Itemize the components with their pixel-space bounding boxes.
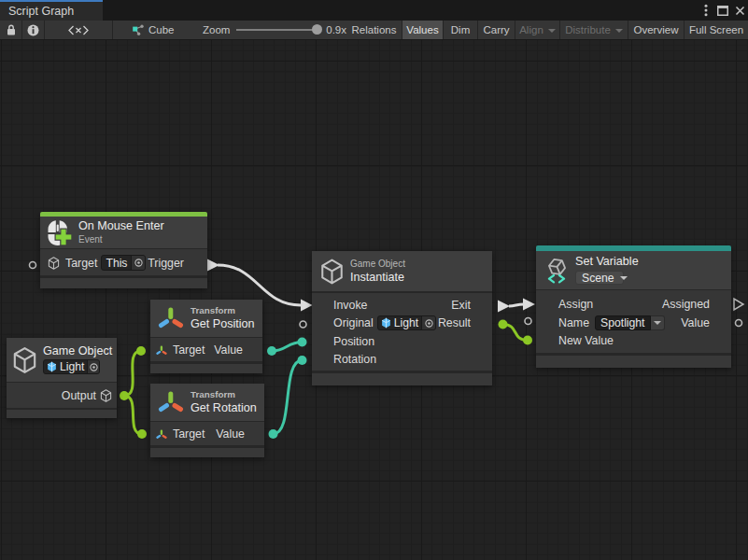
port-label-position: Position (333, 335, 374, 348)
object-picker-icon[interactable] (131, 256, 145, 270)
node-title: Get Rotation (191, 402, 257, 414)
lock-button[interactable] (0, 21, 22, 39)
dropdown-arrow-icon[interactable] (651, 315, 665, 330)
port-getrotation-value-output[interactable] (269, 429, 278, 439)
align-dropdown-icon (548, 29, 556, 33)
zoom-slider[interactable] (236, 29, 319, 31)
transform-type-icon (156, 345, 167, 356)
toolbar-button-carry[interactable]: Carry (478, 21, 515, 39)
node-set-variable[interactable]: Set Variable Scene Assign Assigned Name … (536, 245, 731, 368)
object-picker-icon[interactable] (87, 360, 99, 373)
port-getrotation-target-input[interactable] (137, 429, 147, 439)
port-getposition-target-input[interactable] (136, 346, 146, 356)
object-picker-icon[interactable] (421, 316, 435, 329)
toolbar-button-dim[interactable]: Dim (444, 21, 478, 39)
transform-type-icon (156, 429, 167, 440)
gameobject-value-field[interactable]: Light (43, 359, 100, 374)
wire-light-to-getrotation[interactable] (124, 396, 142, 434)
title-bar: Script Graph (0, 0, 748, 21)
node-title: Set Variable (575, 256, 639, 268)
port-newvalue-input[interactable] (523, 336, 532, 345)
original-object-field[interactable]: Light (377, 315, 436, 330)
toolbar-button-values[interactable]: Values (402, 21, 444, 39)
maximize-icon (717, 6, 728, 16)
port-label-target: Target (65, 257, 97, 270)
port-label-trigger: Trigger (148, 257, 184, 270)
node-footer (7, 410, 117, 418)
port-assign-input[interactable] (523, 299, 535, 311)
graph-icon (132, 24, 144, 35)
mouse-event-icon (48, 219, 72, 246)
port-label-new-value: New Value (558, 334, 614, 347)
toolbar-button-distribute[interactable]: Distribute (560, 21, 628, 39)
port-trigger-output[interactable] (207, 259, 219, 272)
window-maximize-button[interactable] (714, 0, 731, 21)
distribute-dropdown-icon (615, 29, 623, 33)
zoom-label: Zoom (203, 24, 230, 35)
script-graph-window: Script Graph (0, 0, 748, 560)
port-exit-output[interactable] (498, 301, 510, 313)
node-get-position[interactable]: Transform Get Position Target Value (150, 300, 262, 373)
port-instantiate-rotation-input[interactable] (298, 356, 307, 365)
variable-name-dropdown[interactable]: Spotlight (595, 315, 664, 330)
gameobject-cube-icon (12, 346, 37, 374)
node-title: Instantiate (350, 272, 405, 284)
wire-light-to-getposition[interactable] (124, 351, 141, 396)
gameobject-cube-icon (319, 259, 345, 285)
toolbar-button-overview[interactable]: Overview (628, 21, 684, 39)
port-label-rotation: Rotation (333, 353, 376, 366)
port-original-input[interactable] (300, 321, 306, 328)
info-button[interactable] (22, 21, 45, 39)
node-title: Game Object (43, 345, 112, 357)
window-menu-button[interactable] (698, 0, 714, 21)
node-footer (150, 364, 262, 373)
node-on-mouse-enter[interactable]: On Mouse Enter Event Target This (40, 212, 207, 288)
close-icon (735, 6, 745, 16)
dropdown-arrow-icon (620, 276, 628, 280)
node-category: Transform (191, 306, 255, 315)
node-footer (312, 373, 492, 385)
port-instantiate-position-input[interactable] (298, 338, 307, 347)
kebab-menu-icon (704, 4, 708, 17)
tab-script-graph[interactable]: Script Graph (0, 0, 103, 21)
wire-exit-to-assign[interactable] (509, 304, 524, 306)
zoom-slider-knob[interactable] (312, 24, 322, 35)
node-category: Game Object (350, 259, 405, 269)
port-gameobject-output[interactable] (120, 391, 129, 400)
port-getposition-value-output[interactable] (267, 346, 276, 356)
gameobject-blue-cube-icon (47, 361, 57, 372)
graph-canvas[interactable]: On Mouse Enter Event Target This (0, 40, 748, 560)
port-invoke-input[interactable] (301, 300, 313, 312)
node-subtitle: Event (78, 234, 164, 245)
transform-icon (158, 391, 184, 413)
port-result-output[interactable] (499, 320, 508, 329)
port-label-value: Value (681, 316, 710, 329)
code-view-button[interactable] (45, 21, 113, 39)
zoom-control: Zoom 0.9x (180, 21, 346, 39)
port-label-original: Original (333, 316, 374, 329)
node-instantiate[interactable]: Game Object Instantiate Invoke Exit Orig… (312, 251, 492, 385)
tab-title: Script Graph (8, 5, 74, 18)
wire-rotation-value[interactable] (274, 360, 303, 434)
target-object-field[interactable]: This (101, 255, 146, 271)
graph-toolbar: Cube Zoom 0.9x Relations Values Dim Carr… (0, 21, 748, 40)
graph-breadcrumb-button[interactable]: Cube (113, 21, 180, 39)
node-game-object-literal[interactable]: Game Object Light (7, 338, 117, 418)
port-label-assign: Assign (558, 298, 593, 311)
port-onmouseenter-target-input[interactable] (30, 262, 36, 269)
toolbar-button-fullscreen[interactable]: Full Screen (684, 21, 748, 39)
port-setvariable-value-output[interactable] (736, 320, 742, 327)
toolbar-button-align[interactable]: Align (515, 21, 560, 39)
port-label-invoke: Invoke (333, 299, 368, 312)
port-assigned-output[interactable] (734, 299, 743, 310)
port-name-input[interactable] (525, 318, 531, 325)
lock-icon (7, 24, 16, 35)
node-get-rotation[interactable]: Transform Get Rotation Target Value (150, 384, 264, 457)
wire-position-value[interactable] (272, 343, 303, 352)
transform-icon (158, 307, 184, 329)
toolbar-button-relations[interactable]: Relations (346, 21, 402, 39)
node-title: On Mouse Enter (78, 220, 164, 232)
gameobject-blue-cube-icon (381, 317, 391, 329)
window-close-button[interactable] (731, 0, 748, 21)
variable-kind-dropdown[interactable]: Scene (575, 271, 624, 285)
